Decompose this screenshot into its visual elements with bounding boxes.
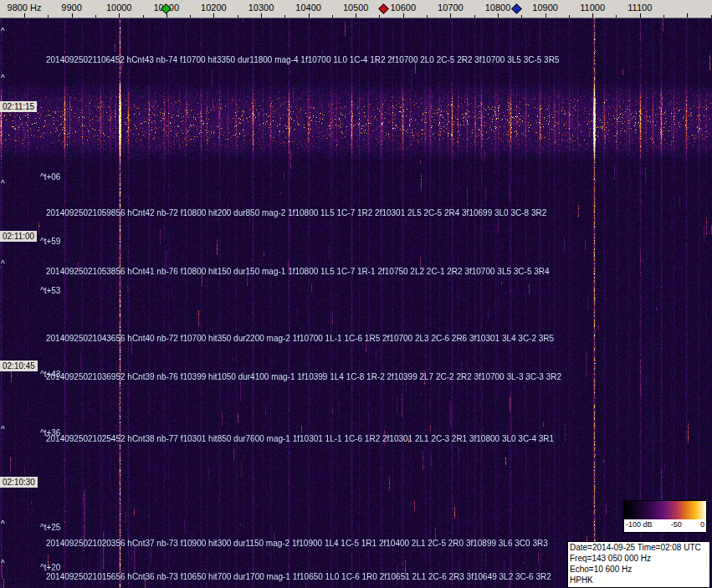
time-offset-mark: ^t+20: [40, 563, 60, 572]
detection-log-line: 20140925021036952 hCnt39 nb-76 f10399 hi…: [46, 372, 561, 381]
frequency-scale-bar: 9800 Hz990010000101001020010300104001050…: [0, 0, 712, 18]
freq-tick: [166, 13, 167, 18]
freq-tick-label: 9900: [61, 3, 81, 13]
detection-log-line: 20140925021043656 hCnt40 nb-72 f10700 hi…: [46, 334, 554, 343]
freq-tick: [309, 13, 310, 18]
freq-tick: [95, 15, 96, 18]
color-scale-legend: -100 dB -50 0: [623, 500, 707, 533]
event-caret-icon: ^: [1, 180, 5, 188]
freq-tick-label: 11000: [580, 3, 605, 13]
freq-tick: [474, 15, 475, 18]
freq-tick-label: 10300: [248, 3, 274, 13]
time-offset-mark: ^t+59: [40, 237, 60, 246]
time-offset-mark: ^t+25: [40, 523, 60, 532]
freq-tick: [261, 13, 262, 18]
time-axis-label: 02:10:30: [0, 477, 38, 488]
freq-tick: [190, 15, 191, 18]
detection-log-line: 20140925021020356 hCnt37 nb-73 f10900 hi…: [46, 539, 548, 548]
freq-tick: [592, 13, 593, 18]
freq-tick: [356, 13, 356, 18]
time-offset-mark: ^t+43: [40, 370, 60, 379]
freq-tick: [521, 15, 522, 18]
freq-tick-label: 9800 Hz: [8, 3, 42, 13]
info-box-line: HPHK: [570, 575, 708, 585]
freq-tick: [72, 13, 73, 18]
freq-tick: [546, 13, 546, 18]
freq-tick: [640, 13, 641, 18]
marker-blue-diamond[interactable]: [511, 3, 522, 14]
event-caret-icon: ^: [1, 426, 5, 434]
freq-tick: [569, 15, 570, 18]
freq-tick: [24, 13, 25, 18]
freq-tick: [143, 15, 144, 18]
legend-max-label: 0: [700, 520, 704, 529]
detection-log-line: 20140925021059856 hCnt42 nb-72 f10800 hi…: [46, 208, 546, 217]
freq-tick-label: 10200: [201, 3, 227, 13]
freq-tick: [119, 13, 120, 18]
time-offset-mark: ^t+53: [40, 286, 60, 295]
time-axis-label: 02:10:45: [0, 360, 38, 371]
detection-log-line: 20140925021025452 hCnt38 nb-77 f10301 hi…: [46, 434, 554, 443]
freq-tick: [663, 15, 664, 18]
freq-tick-label: 10700: [438, 3, 464, 13]
event-caret-icon: ^: [1, 28, 5, 36]
db-gradient-labels: -100 dB -50 0: [624, 519, 706, 529]
event-caret-icon: ^: [1, 74, 5, 83]
freq-tick: [284, 15, 285, 18]
freq-tick: [616, 15, 617, 18]
status-info-box: Date=2014-09-25 Time=02:08 UTCFreq=143 0…: [567, 541, 710, 588]
time-axis-label: 02:11:15: [0, 101, 37, 112]
freq-tick-label: 11100: [627, 3, 652, 13]
legend-mid-label: -50: [671, 520, 682, 529]
info-box-line: Date=2014-09-25 Time=02:08 UTC: [570, 542, 708, 553]
time-offset-mark: ^t+36: [40, 428, 60, 437]
freq-tick: [238, 15, 238, 18]
db-gradient-bar: [624, 501, 706, 519]
event-caret-icon: ^: [1, 520, 5, 529]
detection-log-line: 20140925021015656 hCnt36 nb-73 f10650 hi…: [46, 572, 551, 581]
time-axis-label: 02:11:00: [0, 231, 37, 242]
freq-tick-label: 10800: [485, 3, 511, 13]
meteor-echo-spectrogram-window: 20140925021106452 hCnt43 nb-74 f10700 hi…: [0, 0, 712, 588]
freq-tick-label: 10600: [391, 3, 417, 13]
freq-tick-label: 10000: [106, 3, 132, 13]
detection-log-line: 20140925021053856 hCnt41 nb-76 f10800 hi…: [46, 267, 550, 276]
legend-min-label: -100 dB: [626, 520, 653, 529]
freq-tick: [332, 15, 333, 18]
event-caret-icon: ^: [1, 560, 5, 568]
time-offset-mark: ^t+06: [40, 172, 60, 182]
freq-tick: [213, 13, 214, 18]
event-caret-icon: ^: [1, 260, 5, 268]
spectrogram-waterfall[interactable]: [0, 18, 712, 588]
freq-tick-label: 10500: [343, 3, 369, 13]
freq-tick: [450, 13, 451, 18]
freq-tick: [379, 15, 380, 18]
marker-red-diamond[interactable]: [378, 3, 389, 14]
freq-tick-label: 10400: [295, 3, 321, 13]
freq-tick: [498, 13, 499, 18]
detection-log-line: 20140925021106452 hCnt43 nb-74 f10700 hi…: [46, 55, 559, 64]
freq-tick: [427, 15, 428, 18]
freq-tick: [403, 13, 404, 18]
info-box-line: Echo=10 600 Hz: [570, 564, 708, 575]
freq-tick: [687, 13, 688, 18]
info-box-line: Freq=143 050 000 Hz: [570, 553, 708, 564]
freq-tick: [48, 15, 49, 18]
freq-tick-label: 10900: [532, 3, 558, 13]
